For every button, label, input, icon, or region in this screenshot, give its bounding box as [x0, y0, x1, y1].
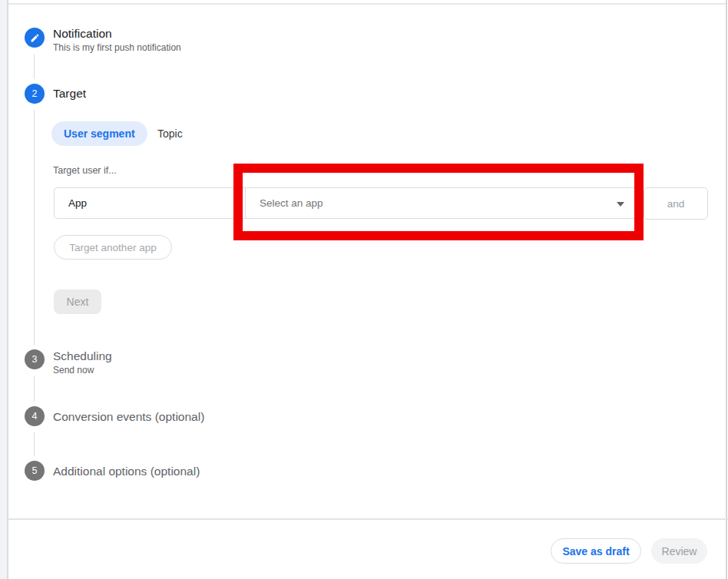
step-number: 2 [32, 88, 38, 99]
footer-divider [8, 518, 728, 520]
step-notification-indicator[interactable] [25, 28, 45, 48]
save-as-draft-button[interactable]: Save as draft [551, 538, 641, 564]
field-type-value: App [68, 197, 87, 209]
dropdown-arrow-icon [617, 202, 624, 207]
stepper-connector [34, 110, 35, 345]
review-label: Review [662, 545, 697, 557]
review-button[interactable]: Review [651, 538, 707, 564]
edit-icon [30, 33, 40, 43]
target-another-app-button[interactable]: Target another app [54, 235, 172, 260]
step-conversion-events-indicator: 4 [25, 406, 45, 426]
step-number: 4 [32, 411, 38, 422]
tab-topic[interactable]: Topic [157, 121, 183, 146]
step-notification-subtitle: This is my first push notification [53, 42, 181, 53]
step-target-title: Target [53, 87, 86, 100]
app-select[interactable]: Select an app [245, 187, 637, 219]
panel-top-border [8, 3, 726, 5]
stepper-connector [34, 376, 35, 402]
target-condition-label: Target user if... [53, 165, 117, 176]
next-label: Next [67, 296, 89, 308]
panel-right-border [726, 0, 727, 579]
step-target-indicator: 2 [25, 84, 45, 104]
notification-composer-page: Notification This is my first push notif… [0, 0, 728, 579]
step-scheduling-title: Scheduling [53, 349, 112, 362]
stepper-connector [34, 432, 35, 456]
step-notification-title[interactable]: Notification [53, 27, 112, 40]
step-number: 3 [32, 354, 38, 365]
step-number: 5 [32, 465, 38, 476]
step-additional-options-title: Additional options (optional) [53, 465, 200, 478]
target-another-app-label: Target another app [69, 242, 156, 253]
app-select-placeholder: Select an app [260, 197, 323, 209]
field-type-select[interactable]: App [54, 187, 246, 219]
step-additional-options-indicator: 5 [25, 461, 45, 481]
save-as-draft-label: Save as draft [562, 545, 629, 557]
step-scheduling-subtitle: Send now [53, 365, 94, 376]
next-button[interactable]: Next [54, 290, 101, 314]
and-condition-button[interactable]: and [644, 187, 708, 220]
stepper-connector [34, 55, 35, 79]
step-scheduling-indicator: 3 [25, 349, 45, 369]
page-background-strip [0, 0, 7, 579]
tab-user-segment[interactable]: User segment [51, 121, 147, 146]
step-conversion-events-title: Conversion events (optional) [53, 410, 204, 423]
panel-left-border [7, 0, 8, 579]
and-condition-label: and [667, 198, 685, 210]
